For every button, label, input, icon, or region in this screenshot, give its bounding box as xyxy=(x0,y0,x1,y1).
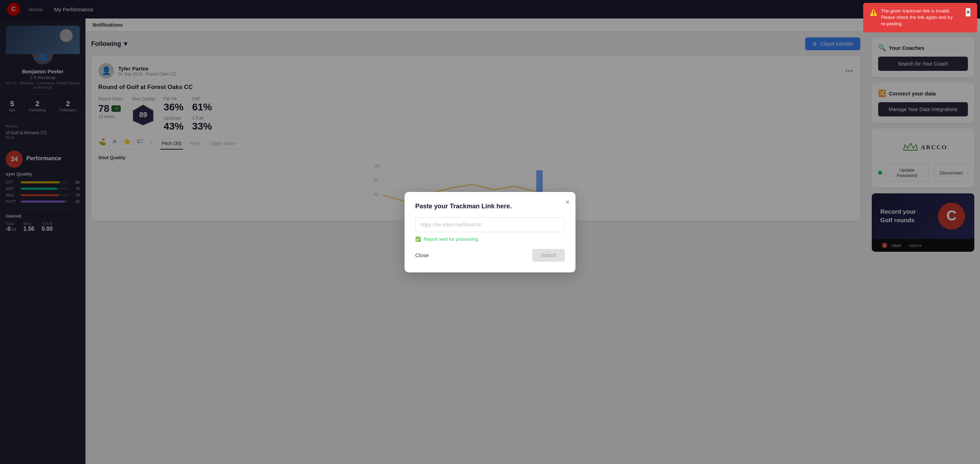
modal-actions: Close Submit xyxy=(415,249,565,262)
toast-warning-icon: ⚠️ xyxy=(870,8,877,17)
toast-close-button[interactable]: × xyxy=(966,8,971,17)
trackman-modal: Paste your Trackman Link here. × ✅ Repor… xyxy=(404,192,576,272)
toast-message: The given trackman link is invalid. Plea… xyxy=(881,8,958,27)
modal-close-button[interactable]: Close xyxy=(415,252,429,258)
error-toast: ⚠️ The given trackman link is invalid. P… xyxy=(863,3,977,32)
modal-overlay: Paste your Trackman Link here. × ✅ Repor… xyxy=(0,0,980,464)
trackman-link-input[interactable] xyxy=(415,217,565,232)
modal-submit-button[interactable]: Submit xyxy=(532,249,565,262)
success-check-icon: ✅ xyxy=(415,237,421,242)
modal-title: Paste your Trackman Link here. xyxy=(415,203,565,210)
modal-success-message: ✅ Report sent for processing xyxy=(415,237,565,242)
modal-close-x-button[interactable]: × xyxy=(565,198,570,207)
